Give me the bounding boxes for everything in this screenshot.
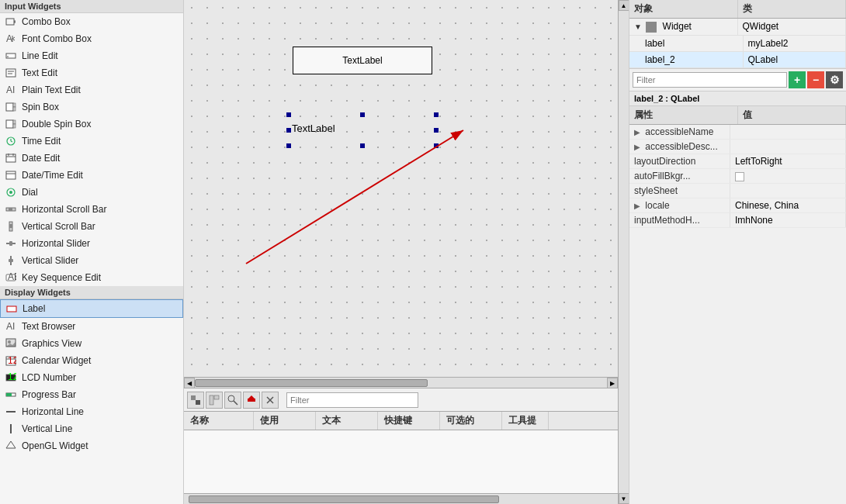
sidebar-item-key-seq[interactable]: ABC Key Sequence Edit — [0, 269, 183, 286]
handle-ml — [286, 128, 291, 133]
sidebar-item-font-combo-box[interactable]: A Font Combo Box — [0, 30, 183, 47]
table-scrollbar[interactable] — [184, 493, 618, 504]
sidebar-item-calendar[interactable]: 12 Calendar Widget — [0, 352, 183, 369]
sidebar-item-line-edit[interactable]: Line Edit — [0, 47, 183, 64]
hscroll-thumb[interactable] — [195, 379, 428, 387]
props-filter-input[interactable] — [633, 72, 787, 88]
svg-line-56 — [246, 130, 463, 264]
toolbar-btn-5[interactable] — [262, 392, 279, 409]
sidebar-item-text-browser[interactable]: AI Text Browser — [0, 318, 183, 335]
hscroll-track[interactable] — [195, 378, 607, 388]
calendar-icon: 12 — [5, 354, 17, 367]
svg-rect-18 — [13, 124, 16, 128]
canvas-widget-2-container[interactable]: TextLabel — [289, 115, 436, 146]
props-row-accessible-name[interactable]: ▶ accessibleName — [629, 125, 846, 140]
table-header-shortcut: 快捷键 — [378, 412, 440, 430]
sidebar-item-dial[interactable]: Dial — [0, 184, 183, 201]
sidebar-item-hline[interactable]: Horizontal Line — [0, 403, 183, 420]
key-seq-label: Key Sequence Edit — [22, 272, 179, 283]
vslider-label: Vertical Slider — [22, 255, 179, 266]
toolbar-btn-2[interactable] — [206, 392, 223, 409]
sidebar-item-hscrollbar[interactable]: Horizontal Scroll Bar — [0, 201, 183, 218]
sidebar-item-lcd-number[interactable]: 12 LCD Number — [0, 369, 183, 386]
sidebar-item-datetime-edit[interactable]: Date/Time Edit — [0, 167, 183, 184]
sidebar-item-time-edit[interactable]: Time Edit — [0, 133, 183, 150]
sidebar-section-input: Input Widgets — [0, 0, 183, 13]
datetime-edit-label: Date/Time Edit — [22, 170, 179, 181]
props-row-autofill[interactable]: autoFillBkgr... — [629, 169, 846, 184]
canvas-widget-1[interactable]: TextLabel — [293, 47, 432, 74]
vscroll-down-btn[interactable]: ▼ — [619, 493, 629, 504]
sidebar-item-vline[interactable]: Vertical Line — [0, 420, 183, 437]
props-gear-btn[interactable]: ⚙ — [826, 71, 843, 88]
svg-rect-9 — [6, 69, 16, 77]
line-edit-icon — [5, 50, 17, 62]
svg-text:AI: AI — [6, 85, 15, 95]
expand-arrow-accessible-desc: ▶ — [634, 143, 640, 151]
props-val-accessible-desc[interactable] — [730, 140, 846, 154]
spin-box-icon — [5, 101, 17, 113]
toolbar-btn-4[interactable] — [243, 392, 260, 409]
svg-line-62 — [234, 401, 238, 405]
handle-bl — [286, 143, 291, 148]
tree-row-widget[interactable]: ▼ Widget QWidget — [629, 19, 846, 36]
props-row-stylesheet[interactable]: styleSheet — [629, 184, 846, 198]
vscroll-track[interactable] — [619, 11, 629, 493]
graphics-view-label: Graphics View — [22, 338, 179, 349]
props-filter-row: + − ⚙ — [629, 69, 846, 91]
font-combo-label: Font Combo Box — [22, 33, 179, 44]
props-table: ▶ accessibleName ▶ accessibleDesc... lay… — [629, 125, 846, 504]
svg-rect-16 — [6, 120, 13, 128]
sidebar-item-opengl[interactable]: OpenGL Widget — [0, 437, 183, 454]
autofill-checkbox[interactable] — [735, 172, 744, 181]
vscroll-up-btn[interactable]: ▲ — [619, 0, 629, 11]
props-val-stylesheet[interactable] — [730, 184, 846, 198]
props-val-input-method[interactable]: ImhNone — [730, 213, 846, 227]
text-browser-label: Text Browser — [22, 321, 179, 332]
props-row-input-method[interactable]: inputMethodH... ImhNone — [629, 213, 846, 228]
filter-input[interactable] — [286, 392, 418, 408]
svg-rect-31 — [9, 208, 12, 211]
table-scroll-thumb[interactable] — [189, 495, 499, 503]
sidebar-item-progress-bar[interactable]: Progress Bar — [0, 386, 183, 403]
sidebar-item-plain-text-edit[interactable]: AI Plain Text Edit — [0, 81, 183, 98]
props-row-layout-dir[interactable]: layoutDirection LeftToRight — [629, 154, 846, 169]
props-val-layout-dir[interactable]: LeftToRight — [730, 154, 846, 168]
sidebar-item-date-edit[interactable]: Date Edit — [0, 150, 183, 167]
sidebar-item-double-spin-box[interactable]: Double Spin Box — [0, 116, 183, 133]
hscroll-left-btn[interactable]: ◀ — [184, 378, 195, 388]
handle-tl — [286, 112, 291, 117]
sidebar-item-spin-box[interactable]: Spin Box — [0, 98, 183, 116]
toolbar-btn-3[interactable] — [224, 392, 241, 409]
svg-rect-58 — [196, 400, 200, 405]
svg-rect-35 — [9, 241, 12, 246]
canvas-vscroll: ▲ ▼ — [618, 0, 629, 504]
svg-text:12: 12 — [8, 355, 16, 366]
svg-rect-26 — [6, 171, 16, 179]
canvas-widget-2-text: TextLabel — [292, 123, 335, 134]
props-add-btn[interactable]: + — [789, 71, 806, 88]
time-edit-icon — [5, 135, 17, 147]
sidebar-item-vscrollbar[interactable]: Vertical Scroll Bar — [0, 218, 183, 235]
sidebar-item-label[interactable]: Label — [0, 299, 183, 318]
sidebar-item-combo-box[interactable]: Combo Box — [0, 13, 183, 30]
svg-point-29 — [9, 191, 12, 194]
props-row-accessible-desc[interactable]: ▶ accessibleDesc... — [629, 140, 846, 154]
sidebar-item-text-edit[interactable]: Text Edit — [0, 64, 183, 81]
combo-box-icon — [5, 16, 17, 28]
props-val-autofill[interactable] — [730, 169, 846, 183]
tree-row-label[interactable]: label myLabel2 — [629, 36, 846, 52]
toolbar-btn-1[interactable] — [187, 392, 204, 409]
tree-toggle-widget: ▼ — [634, 22, 642, 31]
tree-row-label2[interactable]: label_2 QLabel — [629, 52, 846, 68]
sidebar-item-graphics-view[interactable]: Graphics View — [0, 335, 183, 352]
props-remove-btn[interactable]: − — [807, 71, 824, 88]
props-val-accessible-name[interactable] — [730, 125, 846, 139]
sidebar-item-hslider[interactable]: Horizontal Slider — [0, 235, 183, 252]
sidebar-item-vslider[interactable]: Vertical Slider — [0, 252, 183, 269]
canvas-top[interactable]: TextLabel TextLabel — [184, 0, 618, 377]
svg-rect-51 — [6, 393, 12, 396]
props-val-locale[interactable]: Chinese, China — [730, 198, 846, 212]
props-row-locale[interactable]: ▶ locale Chinese, China — [629, 198, 846, 213]
hscroll-right-btn[interactable]: ▶ — [607, 378, 618, 388]
